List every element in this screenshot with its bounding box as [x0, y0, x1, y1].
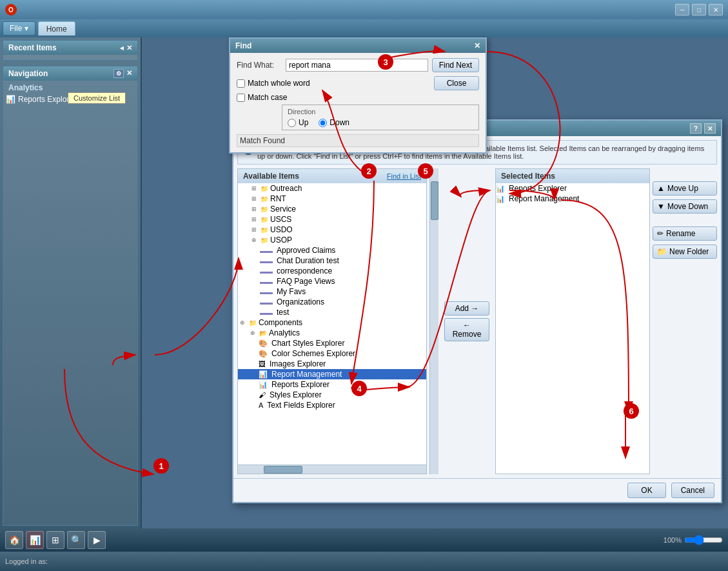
find-what-input[interactable]: [286, 59, 428, 72]
new-folder-button[interactable]: 📁 New Folder: [653, 245, 717, 259]
folder-icon: 📁: [260, 225, 269, 234]
item-icon: 🖌: [259, 391, 266, 399]
taskbar: 🏠 📊 ⊞ 🔍 ▶ 100%: [0, 528, 728, 552]
close-button[interactable]: Close: [434, 76, 479, 90]
list-item[interactable]: A Text Fields Explorer: [238, 400, 426, 410]
horizontal-scrollbar[interactable]: [238, 465, 426, 474]
report-icon: ▬▬: [260, 247, 273, 254]
move-down-button[interactable]: ▼ Move Down: [653, 199, 717, 214]
logged-in-label: Logged in as:: [5, 557, 48, 565]
arrow-taskbar-icon[interactable]: ▶: [88, 531, 106, 549]
find-next-button[interactable]: Find Next: [432, 58, 479, 72]
expand-icon: ⊕: [238, 318, 247, 327]
rename-button[interactable]: ✏ Rename: [653, 226, 717, 241]
list-item[interactable]: ▬▬ correspondence: [238, 266, 426, 276]
up-option[interactable]: Up: [288, 118, 308, 127]
scrollbar-thumb[interactable]: [431, 181, 438, 220]
folder-icon: 📁: [260, 235, 269, 245]
right-action-buttons: ▲ Move Up ▼ Move Down ✏ Rename 📁 New Fol…: [653, 168, 717, 474]
zoom-slider[interactable]: [684, 535, 723, 545]
move-up-label: Move Up: [667, 184, 698, 193]
zoom-label: 100%: [664, 536, 682, 544]
list-item[interactable]: ⊕ 📁 Components: [238, 317, 426, 328]
scrollbar-thumb[interactable]: [264, 466, 302, 474]
find-dialog: Find ✕ Find What: Find Next Match whole …: [229, 37, 487, 154]
down-arrow-icon: ▼: [657, 202, 665, 211]
list-item[interactable]: 🖼 Images Explorer: [238, 359, 426, 369]
menu-bar: File ▾ Home: [0, 19, 728, 37]
list-item[interactable]: ⊞ 📁 RNT: [238, 194, 426, 204]
list-item[interactable]: ▬▬ FAQ Page Views: [238, 276, 426, 286]
recent-close-btn[interactable]: ✕: [126, 44, 132, 52]
customize-list-dialog: Customize List ? ✕ i Add to the Selected…: [232, 119, 722, 503]
find-close-x-btn[interactable]: ✕: [474, 41, 480, 50]
file-menu[interactable]: File ▾: [3, 21, 35, 35]
list-item[interactable]: ⊕ 📂 Analytics: [238, 328, 426, 338]
expand-icon: ⊞: [250, 215, 259, 224]
home-tab[interactable]: Home: [38, 21, 75, 35]
folder-icon: 📁: [260, 205, 269, 214]
analytics-section-title: Analytics: [3, 81, 137, 94]
customize-list-tooltip: Customize List: [68, 92, 126, 104]
move-up-button[interactable]: ▲ Move Up: [653, 181, 717, 195]
list-item[interactable]: ▬▬ Chat Duration test: [238, 255, 426, 266]
app-close-button[interactable]: ✕: [709, 4, 723, 15]
list-item[interactable]: 📊 Report Management: [496, 194, 649, 204]
folder-icon: 📁: [260, 194, 269, 203]
match-case-checkbox[interactable]: [237, 94, 245, 102]
list-item[interactable]: 🖌 Styles Explorer: [238, 390, 426, 400]
remove-button[interactable]: ← Remove: [444, 318, 489, 341]
add-button[interactable]: Add →: [444, 301, 489, 316]
customize-body: Available Items Find in List ⊞ 📁 Outreac…: [233, 168, 721, 478]
nav-close-btn[interactable]: ✕: [126, 69, 132, 78]
direction-options: Up Down: [288, 118, 473, 127]
available-items-tree[interactable]: ⊞ 📁 Outreach ⊞ 📁 RNT ⊞ 📁 Service: [238, 183, 426, 465]
list-item[interactable]: 📊 Reports Explorer: [496, 183, 649, 194]
list-item[interactable]: ⊞ 📁 Service: [238, 204, 426, 214]
up-radio[interactable]: [288, 119, 296, 127]
recent-collapse-btn[interactable]: ◂: [120, 44, 124, 52]
find-dialog-title-text: Find: [235, 41, 251, 50]
customize-close-button[interactable]: ✕: [704, 123, 716, 134]
nav-customize-icon[interactable]: ⚙: [113, 69, 124, 78]
ok-button[interactable]: OK: [627, 483, 665, 498]
home-taskbar-icon[interactable]: 🏠: [5, 531, 23, 549]
list-item[interactable]: ⊞ 📁 USDO: [238, 225, 426, 235]
expand-icon: ⊕: [248, 328, 257, 337]
item-icon: 🖼: [259, 360, 266, 368]
list-item[interactable]: ⊕ 📁 USOP: [238, 235, 426, 245]
match-whole-word-checkbox[interactable]: [237, 79, 245, 88]
down-option[interactable]: Down: [319, 118, 349, 127]
list-item[interactable]: ▬▬ Approved Claims: [238, 245, 426, 255]
list-item[interactable]: ▬▬ My Favs: [238, 286, 426, 297]
find-in-list-link[interactable]: Find in List: [387, 172, 421, 180]
minimize-button[interactable]: ─: [675, 4, 689, 15]
selected-items-tree[interactable]: 📊 Reports Explorer 📊 Report Management: [496, 183, 649, 474]
maximize-button[interactable]: □: [692, 4, 706, 15]
list-item[interactable]: 🎨 Chart Styles Explorer: [238, 338, 426, 348]
find-what-row: Find What: Find Next: [237, 58, 479, 72]
item-icon: 📊: [259, 381, 268, 389]
report-icon: ▬▬: [260, 299, 273, 306]
match-whole-word-row: Match whole word Close: [237, 76, 479, 90]
recent-items-panel: Recent Items ◂ ✕: [3, 40, 138, 61]
list-item[interactable]: 🎨 Color Schemes Explorer: [238, 348, 426, 359]
list-item[interactable]: ⊞ 📁 USCS: [238, 214, 426, 225]
list-item[interactable]: ▬▬ Organizations: [238, 297, 426, 307]
list-item[interactable]: 📊 Reports Explorer: [238, 379, 426, 390]
search-taskbar-icon[interactable]: 🔍: [67, 531, 85, 549]
grid-taskbar-icon[interactable]: ⊞: [46, 531, 64, 549]
recent-items-header: Recent Items ◂ ✕: [3, 41, 137, 55]
report-management-tree-item[interactable]: 📊 Report Management: [238, 369, 426, 379]
vertical-scrollbar[interactable]: [429, 168, 438, 474]
analytics-taskbar-icon[interactable]: 📊: [26, 531, 44, 549]
list-item[interactable]: ▬▬ test: [238, 307, 426, 317]
direction-label: Direction: [288, 108, 473, 115]
report-icon: ▬▬: [260, 288, 273, 296]
cancel-button[interactable]: Cancel: [671, 483, 714, 498]
down-radio[interactable]: [319, 119, 327, 127]
list-item[interactable]: ⊞ 📁 Outreach: [238, 183, 426, 194]
selected-items-panel: Selected Items 📊 Reports Explorer 📊 Repo…: [495, 168, 650, 474]
customize-help-button[interactable]: ?: [690, 123, 702, 134]
title-bar: O ─ □ ✕: [0, 0, 728, 19]
